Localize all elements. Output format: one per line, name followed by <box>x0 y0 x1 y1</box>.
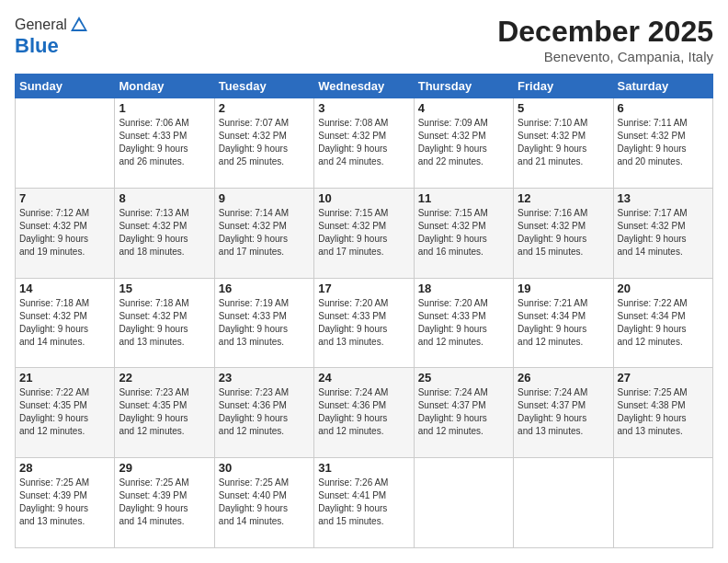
day-info: Sunrise: 7:25 AM Sunset: 4:40 PM Dayligh… <box>219 477 310 528</box>
table-row: 18Sunrise: 7:20 AM Sunset: 4:33 PM Dayli… <box>414 278 513 368</box>
day-number: 4 <box>418 101 509 115</box>
table-row: 28Sunrise: 7:25 AM Sunset: 4:39 PM Dayli… <box>16 458 115 548</box>
day-number: 26 <box>518 371 609 385</box>
day-info: Sunrise: 7:12 AM Sunset: 4:32 PM Dayligh… <box>19 207 110 259</box>
table-row: 25Sunrise: 7:24 AM Sunset: 4:37 PM Dayli… <box>414 368 513 458</box>
day-info: Sunrise: 7:20 AM Sunset: 4:33 PM Dayligh… <box>318 297 409 349</box>
col-friday: Friday <box>514 75 613 98</box>
calendar-week-2: 14Sunrise: 7:18 AM Sunset: 4:32 PM Dayli… <box>16 278 713 368</box>
day-info: Sunrise: 7:24 AM Sunset: 4:37 PM Dayligh… <box>518 386 609 438</box>
col-tuesday: Tuesday <box>214 75 313 98</box>
day-info: Sunrise: 7:24 AM Sunset: 4:37 PM Dayligh… <box>418 386 509 438</box>
day-number: 10 <box>318 191 409 205</box>
location-title: Benevento, Campania, Italy <box>497 49 713 64</box>
table-row: 2Sunrise: 7:07 AM Sunset: 4:32 PM Daylig… <box>214 98 313 189</box>
day-number: 15 <box>119 282 210 295</box>
day-info: Sunrise: 7:18 AM Sunset: 4:32 PM Dayligh… <box>119 297 210 349</box>
calendar-week-4: 28Sunrise: 7:25 AM Sunset: 4:39 PM Dayli… <box>16 458 713 548</box>
header: General Blue December 2025 Benevento, Ca… <box>15 15 713 64</box>
day-info: Sunrise: 7:14 AM Sunset: 4:32 PM Dayligh… <box>219 207 310 259</box>
day-number: 2 <box>219 101 310 115</box>
day-info: Sunrise: 7:19 AM Sunset: 4:33 PM Dayligh… <box>219 297 310 349</box>
day-info: Sunrise: 7:16 AM Sunset: 4:32 PM Dayligh… <box>518 207 609 259</box>
calendar-week-3: 21Sunrise: 7:22 AM Sunset: 4:35 PM Dayli… <box>16 368 713 458</box>
day-number: 29 <box>119 461 210 475</box>
table-row: 20Sunrise: 7:22 AM Sunset: 4:34 PM Dayli… <box>613 278 712 368</box>
table-row: 9Sunrise: 7:14 AM Sunset: 4:32 PM Daylig… <box>214 188 313 278</box>
day-info: Sunrise: 7:23 AM Sunset: 4:35 PM Dayligh… <box>119 386 210 438</box>
day-info: Sunrise: 7:23 AM Sunset: 4:36 PM Dayligh… <box>219 386 310 438</box>
logo-general-text: General <box>15 17 67 33</box>
table-row: 17Sunrise: 7:20 AM Sunset: 4:33 PM Dayli… <box>314 278 414 368</box>
calendar-week-1: 7Sunrise: 7:12 AM Sunset: 4:32 PM Daylig… <box>16 188 713 278</box>
day-info: Sunrise: 7:26 AM Sunset: 4:41 PM Dayligh… <box>318 477 409 528</box>
day-info: Sunrise: 7:07 AM Sunset: 4:32 PM Dayligh… <box>219 117 310 168</box>
day-number: 21 <box>19 371 110 385</box>
logo-icon <box>69 15 89 35</box>
day-number: 25 <box>418 371 509 385</box>
day-number: 6 <box>618 101 709 115</box>
day-number: 7 <box>19 191 110 205</box>
table-row: 4Sunrise: 7:09 AM Sunset: 4:32 PM Daylig… <box>414 98 513 189</box>
col-thursday: Thursday <box>414 75 513 98</box>
day-number: 13 <box>618 191 709 205</box>
day-number: 24 <box>318 371 409 385</box>
day-number: 20 <box>618 282 709 295</box>
day-info: Sunrise: 7:18 AM Sunset: 4:32 PM Dayligh… <box>19 297 110 349</box>
table-row: 1Sunrise: 7:06 AM Sunset: 4:33 PM Daylig… <box>115 98 214 189</box>
table-row: 31Sunrise: 7:26 AM Sunset: 4:41 PM Dayli… <box>314 458 414 548</box>
day-number: 5 <box>518 101 609 115</box>
day-number: 3 <box>318 101 409 115</box>
table-row: 30Sunrise: 7:25 AM Sunset: 4:40 PM Dayli… <box>214 458 313 548</box>
day-number: 31 <box>318 461 409 475</box>
day-number: 19 <box>518 282 609 295</box>
col-monday: Monday <box>115 75 214 98</box>
month-title: December 2025 <box>497 15 713 49</box>
day-info: Sunrise: 7:13 AM Sunset: 4:32 PM Dayligh… <box>119 207 210 259</box>
day-info: Sunrise: 7:22 AM Sunset: 4:34 PM Dayligh… <box>618 297 709 349</box>
table-row: 27Sunrise: 7:25 AM Sunset: 4:38 PM Dayli… <box>613 368 712 458</box>
table-row <box>514 458 613 548</box>
table-row: 16Sunrise: 7:19 AM Sunset: 4:33 PM Dayli… <box>214 278 313 368</box>
day-info: Sunrise: 7:15 AM Sunset: 4:32 PM Dayligh… <box>418 207 509 259</box>
day-number: 23 <box>219 371 310 385</box>
day-number: 11 <box>418 191 509 205</box>
table-row: 11Sunrise: 7:15 AM Sunset: 4:32 PM Dayli… <box>414 188 513 278</box>
logo-blue-text: Blue <box>15 35 89 57</box>
day-info: Sunrise: 7:24 AM Sunset: 4:36 PM Dayligh… <box>318 386 409 438</box>
day-number: 27 <box>618 371 709 385</box>
table-row: 12Sunrise: 7:16 AM Sunset: 4:32 PM Dayli… <box>514 188 613 278</box>
table-row: 19Sunrise: 7:21 AM Sunset: 4:34 PM Dayli… <box>514 278 613 368</box>
table-row <box>613 458 712 548</box>
day-info: Sunrise: 7:17 AM Sunset: 4:32 PM Dayligh… <box>618 207 709 259</box>
day-info: Sunrise: 7:25 AM Sunset: 4:38 PM Dayligh… <box>618 386 709 438</box>
day-number: 22 <box>119 371 210 385</box>
day-number: 17 <box>318 282 409 295</box>
day-number: 12 <box>518 191 609 205</box>
day-info: Sunrise: 7:25 AM Sunset: 4:39 PM Dayligh… <box>119 477 210 528</box>
table-row <box>16 98 115 189</box>
day-number: 9 <box>219 191 310 205</box>
day-info: Sunrise: 7:10 AM Sunset: 4:32 PM Dayligh… <box>518 117 609 168</box>
day-number: 1 <box>119 101 210 115</box>
day-number: 14 <box>19 282 110 295</box>
day-info: Sunrise: 7:06 AM Sunset: 4:33 PM Dayligh… <box>119 117 210 168</box>
calendar-table: Sunday Monday Tuesday Wednesday Thursday… <box>15 74 713 548</box>
day-info: Sunrise: 7:22 AM Sunset: 4:35 PM Dayligh… <box>19 386 110 438</box>
day-info: Sunrise: 7:09 AM Sunset: 4:32 PM Dayligh… <box>418 117 509 168</box>
col-wednesday: Wednesday <box>314 75 414 98</box>
page: General Blue December 2025 Benevento, Ca… <box>0 0 728 563</box>
table-row: 22Sunrise: 7:23 AM Sunset: 4:35 PM Dayli… <box>115 368 214 458</box>
title-block: December 2025 Benevento, Campania, Italy <box>497 15 713 64</box>
table-row: 7Sunrise: 7:12 AM Sunset: 4:32 PM Daylig… <box>16 188 115 278</box>
day-info: Sunrise: 7:21 AM Sunset: 4:34 PM Dayligh… <box>518 297 609 349</box>
table-row: 23Sunrise: 7:23 AM Sunset: 4:36 PM Dayli… <box>214 368 313 458</box>
table-row: 15Sunrise: 7:18 AM Sunset: 4:32 PM Dayli… <box>115 278 214 368</box>
logo: General Blue <box>15 15 89 57</box>
table-row: 24Sunrise: 7:24 AM Sunset: 4:36 PM Dayli… <box>314 368 414 458</box>
day-info: Sunrise: 7:08 AM Sunset: 4:32 PM Dayligh… <box>318 117 409 168</box>
day-number: 16 <box>219 282 310 295</box>
table-row: 6Sunrise: 7:11 AM Sunset: 4:32 PM Daylig… <box>613 98 712 189</box>
calendar-header-row: Sunday Monday Tuesday Wednesday Thursday… <box>16 75 713 98</box>
day-info: Sunrise: 7:11 AM Sunset: 4:32 PM Dayligh… <box>618 117 709 168</box>
